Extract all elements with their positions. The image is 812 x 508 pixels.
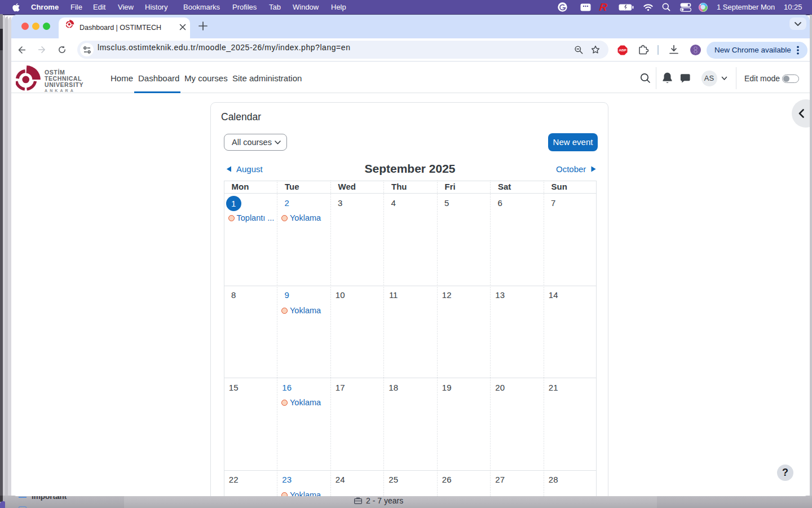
svg-text:ABP: ABP	[619, 48, 626, 52]
